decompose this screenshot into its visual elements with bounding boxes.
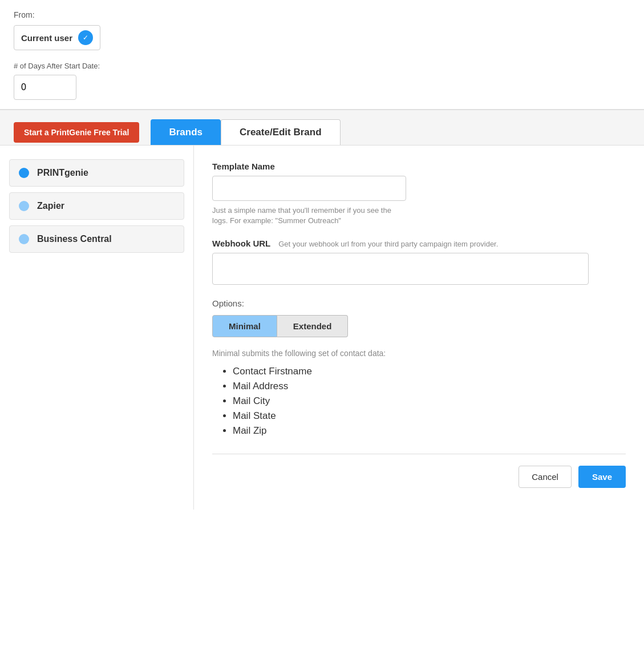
- webhook-row: Webhook URL Get your webhook url from yo…: [212, 239, 626, 248]
- chevron-down-icon: ✓: [78, 30, 93, 45]
- from-section: From: Current user ✓ # of Days After Sta…: [0, 0, 644, 110]
- cancel-button[interactable]: Cancel: [519, 466, 572, 488]
- option-tab-minimal[interactable]: Minimal: [212, 315, 277, 337]
- main-section: Start a PrintGenie Free Trial Brands Cre…: [0, 110, 644, 510]
- list-item-contact-firstname: Contact Firstname: [233, 366, 626, 377]
- webhook-hint: Get your webhook url from your third par…: [278, 240, 498, 248]
- brand-name-zapier: Zapier: [37, 201, 64, 211]
- webhook-input[interactable]: [212, 253, 589, 285]
- save-button[interactable]: Save: [578, 466, 626, 488]
- brand-item-business-central[interactable]: Business Central: [9, 225, 184, 253]
- tab-bar: Start a PrintGenie Free Trial Brands Cre…: [0, 110, 644, 145]
- options-tabs: Minimal Extended: [212, 315, 626, 337]
- current-user-dropdown[interactable]: Current user ✓: [14, 25, 100, 50]
- brand-dot-zapier: [19, 201, 29, 211]
- options-label: Options:: [212, 298, 626, 308]
- list-item-mail-zip: Mail Zip: [233, 425, 626, 437]
- form-divider: [212, 454, 626, 454]
- from-label: From:: [14, 10, 630, 19]
- brand-name-printgenie: PRINTgenie: [37, 168, 88, 178]
- brand-item-zapier[interactable]: Zapier: [9, 192, 184, 220]
- trial-button[interactable]: Start a PrintGenie Free Trial: [14, 122, 139, 143]
- tab-create-edit-brand[interactable]: Create/Edit Brand: [221, 119, 341, 145]
- current-user-label: Current user: [21, 33, 72, 43]
- brand-list: PRINTgenie Zapier Business Central: [0, 146, 194, 510]
- brand-item-printgenie[interactable]: PRINTgenie: [9, 159, 184, 187]
- form-actions: Cancel Save: [212, 466, 626, 494]
- minimal-desc: Minimal submits the following set of con…: [212, 349, 626, 358]
- template-name-input[interactable]: [212, 176, 406, 201]
- option-tab-extended[interactable]: Extended: [277, 315, 349, 337]
- contact-field-list: Contact Firstname Mail Address Mail City…: [212, 366, 626, 437]
- brand-dot-business-central: [19, 234, 29, 244]
- list-item-mail-state: Mail State: [233, 410, 626, 422]
- template-name-hint: Just a simple name that you'll remember …: [212, 205, 406, 226]
- content-area: PRINTgenie Zapier Business Central Templ…: [0, 145, 644, 510]
- days-input[interactable]: [14, 75, 76, 100]
- webhook-label: Webhook URL: [212, 239, 270, 248]
- tab-brands[interactable]: Brands: [151, 119, 221, 145]
- list-item-mail-address: Mail Address: [233, 381, 626, 392]
- form-area: Template Name Just a simple name that yo…: [194, 146, 644, 510]
- brand-name-business-central: Business Central: [37, 234, 112, 244]
- days-label: # of Days After Start Date:: [14, 62, 630, 70]
- list-item-mail-city: Mail City: [233, 395, 626, 407]
- brand-dot-printgenie: [19, 168, 29, 178]
- template-name-label: Template Name: [212, 162, 626, 171]
